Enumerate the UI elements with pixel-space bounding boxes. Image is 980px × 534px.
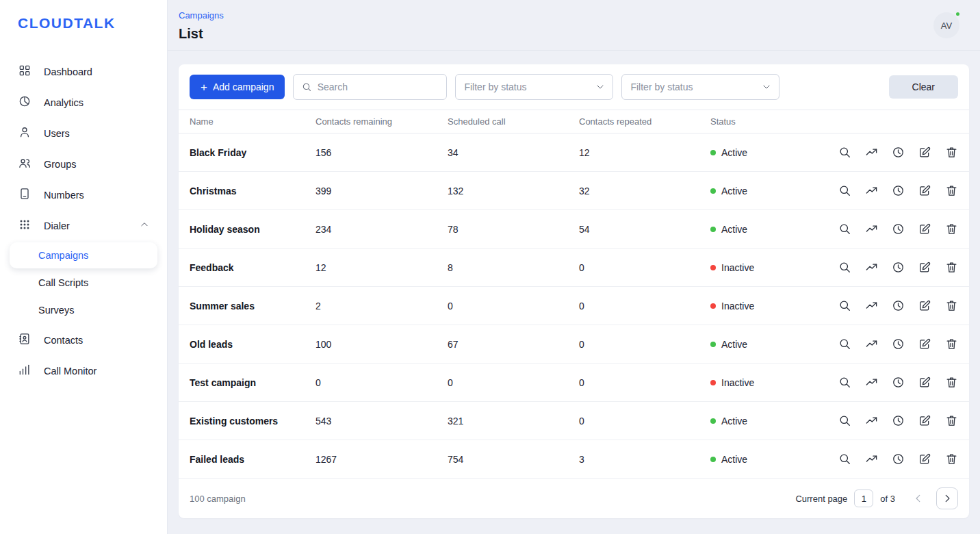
row-delete-button[interactable] (945, 261, 958, 274)
trending-up-icon (865, 299, 878, 312)
sidebar-item-users[interactable]: Users (10, 118, 157, 149)
clock-icon (892, 184, 905, 197)
previous-page-button[interactable] (907, 487, 929, 509)
table-footer: 100 campaign Current page of 3 (179, 479, 969, 518)
row-delete-button[interactable] (945, 222, 958, 236)
status-label: Inactive (721, 377, 754, 388)
row-edit-button[interactable] (918, 222, 931, 236)
sidebar-item-dialer[interactable]: Dialer (10, 210, 157, 241)
row-edit-button[interactable] (918, 453, 931, 466)
row-stats-button[interactable] (865, 261, 878, 274)
row-search-button[interactable] (838, 338, 851, 351)
status-badge: Active (710, 454, 836, 465)
status-label: Active (721, 454, 747, 465)
row-delete-button[interactable] (945, 299, 958, 312)
row-edit-button[interactable] (918, 338, 931, 351)
trash-icon (945, 184, 958, 197)
sidebar-item-analytics[interactable]: Analytics (10, 87, 157, 118)
clock-icon (892, 146, 905, 159)
page-number-input[interactable] (854, 490, 873, 507)
row-history-button[interactable] (892, 414, 905, 427)
status-badge: Active (710, 186, 836, 196)
row-edit-button[interactable] (918, 414, 931, 427)
sidebar-item-dashboard[interactable]: Dashboard (10, 56, 157, 87)
row-delete-button[interactable] (945, 376, 958, 389)
row-edit-button[interactable] (918, 376, 931, 389)
row-history-button[interactable] (892, 261, 905, 274)
trending-up-icon (865, 376, 878, 389)
row-edit-button[interactable] (918, 261, 931, 274)
row-delete-button[interactable] (945, 414, 958, 427)
search-input[interactable] (318, 81, 439, 92)
row-stats-button[interactable] (865, 184, 878, 197)
trash-icon (945, 222, 958, 236)
edit-icon (918, 184, 931, 197)
clock-icon (892, 261, 905, 274)
row-edit-button[interactable] (918, 146, 931, 159)
status-label: Inactive (721, 262, 754, 273)
row-search-button[interactable] (838, 146, 851, 159)
row-search-button[interactable] (838, 222, 851, 236)
status-filter-1[interactable]: Filter by status (455, 74, 613, 100)
row-search-button[interactable] (838, 299, 851, 312)
cloudtalk-logo: CLOUDTALK (10, 15, 157, 31)
row-search-button[interactable] (838, 453, 851, 466)
row-search-button[interactable] (838, 261, 851, 274)
sidebar-item-call-monitor[interactable]: Call Monitor (10, 355, 157, 386)
row-stats-button[interactable] (865, 453, 878, 466)
row-history-button[interactable] (892, 338, 905, 351)
row-search-button[interactable] (838, 376, 851, 389)
row-stats-button[interactable] (865, 414, 878, 427)
sidebar-item-surveys[interactable]: Surveys (10, 297, 157, 323)
status-filter-2[interactable]: Filter by status (621, 74, 779, 100)
row-edit-button[interactable] (918, 184, 931, 197)
sidebar-item-numbers[interactable]: Numbers (10, 179, 157, 210)
row-search-button[interactable] (838, 184, 851, 197)
row-history-button[interactable] (892, 376, 905, 389)
sidebar-item-groups[interactable]: Groups (10, 149, 157, 179)
contacts-repeated-value: 54 (573, 210, 705, 249)
status-badge: Active (710, 147, 836, 158)
contacts-remaining-value: 1267 (310, 440, 442, 479)
sidebar-item-campaigns[interactable]: Campaigns (10, 242, 157, 268)
trending-up-icon (865, 146, 878, 159)
status-dot (710, 265, 716, 270)
row-stats-button[interactable] (865, 338, 878, 351)
campaign-name: Existing customers (179, 402, 310, 440)
status-label: Active (721, 416, 747, 427)
row-delete-button[interactable] (945, 338, 958, 351)
sidebar-nav: Dashboard Analytics Users Groups Numbers… (10, 56, 157, 386)
avatar[interactable]: AV (933, 12, 959, 38)
row-edit-button[interactable] (918, 299, 931, 312)
row-delete-button[interactable] (945, 184, 958, 197)
sidebar-item-contacts[interactable]: Contacts (10, 325, 157, 355)
row-history-button[interactable] (892, 453, 905, 466)
status-badge: Inactive (710, 301, 836, 312)
row-stats-button[interactable] (865, 146, 878, 159)
sidebar-item-call-scripts[interactable]: Call Scripts (10, 270, 157, 296)
sidebar-item-label: Groups (44, 159, 77, 170)
trending-up-icon (865, 453, 878, 466)
row-delete-button[interactable] (945, 453, 958, 466)
scheduled-call-value: 0 (442, 287, 573, 325)
toolbar: + Add campaign Filter by status Filter b… (179, 64, 969, 110)
add-campaign-button[interactable]: + Add campaign (190, 75, 285, 99)
row-search-button[interactable] (838, 414, 851, 427)
row-history-button[interactable] (892, 184, 905, 197)
breadcrumb[interactable]: Campaigns (179, 10, 224, 21)
row-stats-button[interactable] (865, 376, 878, 389)
row-delete-button[interactable] (945, 146, 958, 159)
page-title: List (179, 26, 224, 42)
row-history-button[interactable] (892, 299, 905, 312)
clear-button[interactable]: Clear (889, 75, 958, 99)
next-page-button[interactable] (936, 487, 958, 509)
chevron-down-icon (596, 83, 604, 91)
row-history-button[interactable] (892, 146, 905, 159)
row-history-button[interactable] (892, 222, 905, 236)
total-pages-label: of 3 (880, 494, 895, 504)
row-stats-button[interactable] (865, 299, 878, 312)
analytics-icon (18, 94, 31, 110)
status-dot (710, 418, 716, 424)
row-stats-button[interactable] (865, 222, 878, 236)
pagination: Current page of 3 (795, 487, 958, 509)
